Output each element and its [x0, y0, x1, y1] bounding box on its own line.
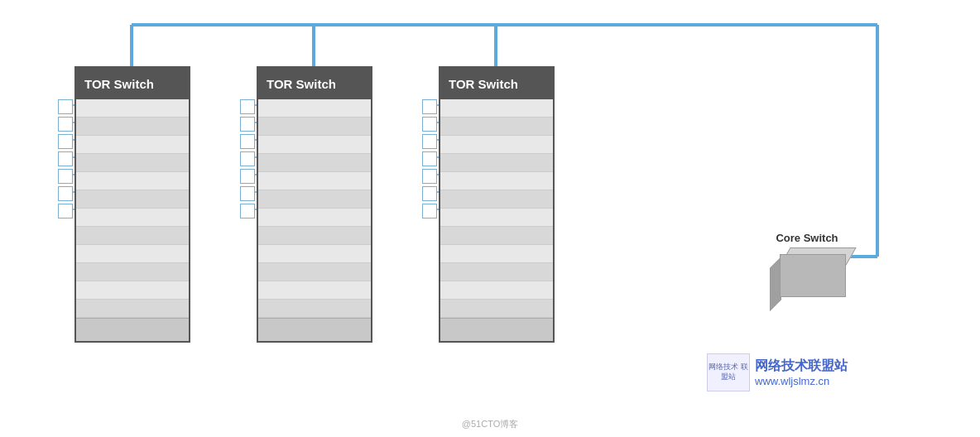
row: [258, 172, 371, 190]
row: [440, 172, 553, 190]
row: [76, 172, 189, 190]
tor-switch-2-label: TOR Switch: [258, 68, 371, 99]
switch-rows-3: [440, 99, 553, 318]
core-switch-3d: [770, 247, 844, 297]
port-2-3: [240, 134, 255, 149]
row: [76, 300, 189, 318]
core-switch-label: Core Switch: [776, 232, 838, 244]
port-1-5: [58, 169, 73, 184]
row: [440, 118, 553, 136]
diagram-container: TOR Switch: [0, 0, 980, 437]
switch-body-3: TOR Switch: [439, 66, 555, 343]
row: [76, 136, 189, 154]
tor-switch-3-label: TOR Switch: [440, 68, 553, 99]
port-3-6: [422, 186, 437, 201]
row: [440, 209, 553, 227]
port-2-2: [240, 117, 255, 132]
port-1-4: [58, 151, 73, 166]
watermark-text: 网络技术联盟站 www.wljslmz.cn: [755, 358, 848, 387]
row: [76, 118, 189, 136]
row: [76, 209, 189, 227]
switch-footer-3: [440, 318, 553, 341]
row: [258, 190, 371, 209]
tor-switch-3: TOR Switch: [422, 66, 555, 343]
row: [76, 227, 189, 245]
row: [258, 245, 371, 263]
row: [258, 99, 371, 118]
port-1-2: [58, 117, 73, 132]
port-1-7: [58, 204, 73, 218]
row: [440, 154, 553, 172]
row: [76, 154, 189, 172]
row: [258, 281, 371, 300]
row: [258, 227, 371, 245]
port-column-2: [240, 99, 255, 218]
row: [76, 263, 189, 281]
row: [76, 281, 189, 300]
core-switch-container: Core Switch: [770, 232, 844, 297]
switch-footer-1: [76, 318, 189, 341]
row: [440, 99, 553, 118]
row: [440, 281, 553, 300]
tor-switch-1-label: TOR Switch: [76, 68, 189, 99]
row: [258, 154, 371, 172]
port-3-7: [422, 204, 437, 218]
core-switch-front: [780, 254, 846, 297]
watermark: 网络技术 联盟站 网络技术联盟站 www.wljslmz.cn: [707, 353, 848, 391]
switch-body-1: TOR Switch: [74, 66, 190, 343]
port-2-7: [240, 204, 255, 218]
row: [440, 136, 553, 154]
switch-body-2: TOR Switch: [257, 66, 372, 343]
port-column-1: [58, 99, 73, 218]
port-3-4: [422, 151, 437, 166]
port-2-1: [240, 99, 255, 114]
row: [258, 300, 371, 318]
switch-rows-2: [258, 99, 371, 318]
row: [76, 99, 189, 118]
credit-text: @51CTO博客: [462, 418, 518, 430]
port-3-5: [422, 169, 437, 184]
row: [440, 263, 553, 281]
row: [440, 227, 553, 245]
row: [440, 245, 553, 263]
tor-switch-1: TOR Switch: [58, 66, 190, 343]
port-column-3: [422, 99, 437, 218]
port-2-5: [240, 169, 255, 184]
tor-switch-2: TOR Switch: [240, 66, 372, 343]
switch-footer-2: [258, 318, 371, 341]
row: [258, 209, 371, 227]
port-3-3: [422, 134, 437, 149]
watermark-line1: 网络技术联盟站: [755, 358, 848, 375]
row: [76, 190, 189, 209]
row: [440, 300, 553, 318]
row: [258, 136, 371, 154]
port-1-6: [58, 186, 73, 201]
row: [258, 263, 371, 281]
port-2-4: [240, 151, 255, 166]
row: [440, 190, 553, 209]
port-3-1: [422, 99, 437, 114]
port-1-3: [58, 134, 73, 149]
port-2-6: [240, 186, 255, 201]
switch-rows-1: [76, 99, 189, 318]
row: [76, 245, 189, 263]
port-3-2: [422, 117, 437, 132]
watermark-line2: www.wljslmz.cn: [755, 375, 848, 387]
row: [258, 118, 371, 136]
port-1-1: [58, 99, 73, 114]
watermark-box: 网络技术 联盟站: [707, 353, 750, 391]
